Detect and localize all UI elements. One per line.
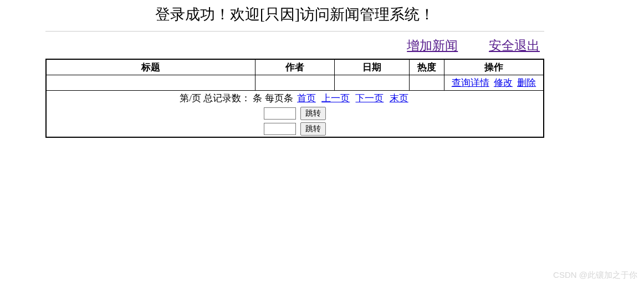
th-hot: 热度 (410, 59, 444, 75)
pager-suffix-perpage: 条 (284, 93, 293, 103)
pager-next-link[interactable]: 下一页 (355, 93, 384, 103)
jump-button-2[interactable]: 跳转 (300, 122, 326, 136)
pager-first-link[interactable]: 首页 (297, 93, 316, 103)
pager-sep: /页 总记录数： (189, 93, 251, 103)
pager-suffix-records: 条 每页 (253, 93, 283, 103)
top-links-bar: 增加新闻 安全退出 (45, 37, 544, 54)
pager-last-link[interactable]: 末页 (390, 93, 408, 103)
th-date: 日期 (335, 59, 410, 75)
th-op: 操作 (444, 59, 544, 75)
pager-prefix: 第 (180, 93, 189, 103)
cell-date (335, 75, 410, 91)
jump-row-2: 跳转 (49, 122, 541, 136)
cell-op: 查询详情 修改 删除 (444, 75, 544, 91)
delete-link[interactable]: 删除 (517, 77, 536, 88)
edit-link[interactable]: 修改 (494, 77, 513, 88)
pager-row: 第/页 总记录数： 条 每页条 首页 上一页 下一页 末页 跳转 跳转 (46, 91, 544, 138)
cell-title (46, 75, 255, 91)
th-author: 作者 (255, 59, 335, 75)
divider (45, 31, 544, 32)
jump-row-1: 跳转 (49, 107, 541, 120)
pager-cell: 第/页 总记录数： 条 每页条 首页 上一页 下一页 末页 跳转 跳转 (46, 91, 544, 138)
page-title: 登录成功！欢迎[只因]访问新闻管理系统！ (45, 4, 544, 24)
logout-link[interactable]: 安全退出 (489, 39, 540, 53)
pager-prev-link[interactable]: 上一页 (321, 93, 350, 103)
jump-input-1[interactable] (264, 107, 296, 120)
th-title: 标题 (46, 59, 255, 75)
add-news-link[interactable]: 增加新闻 (407, 39, 458, 53)
detail-link[interactable]: 查询详情 (452, 77, 489, 88)
table-row: 查询详情 修改 删除 (46, 75, 544, 91)
pager-text-line: 第/页 总记录数： 条 每页条 首页 上一页 下一页 末页 (49, 92, 541, 105)
cell-author (255, 75, 335, 91)
watermark: CSDN @此镶加之于你 (553, 270, 637, 281)
table-header-row: 标题 作者 日期 热度 操作 (46, 59, 544, 75)
jump-button-1[interactable]: 跳转 (300, 107, 326, 120)
cell-hot (410, 75, 444, 91)
news-table: 标题 作者 日期 热度 操作 查询详情 修改 删除 第/页 总记录数： 条 每页… (45, 59, 544, 138)
jump-input-2[interactable] (264, 123, 296, 135)
